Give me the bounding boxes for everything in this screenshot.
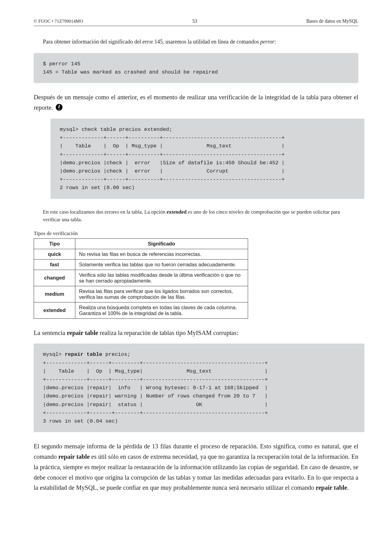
code-repair-table: mysql> repair table precios; +----------… xyxy=(34,344,364,432)
cell-desc: No revisa las filas en busca de referenc… xyxy=(75,249,248,259)
paragraph-check-text: Después de un mensaje como el anterior, … xyxy=(34,94,358,111)
cell-desc: Verifica sólo las tablas modificadas des… xyxy=(75,270,248,286)
cell-type: changed xyxy=(34,270,75,286)
cell-type: fast xyxy=(34,259,75,270)
col-header-type: Tipo xyxy=(34,238,75,249)
cell-desc: Revisa las filas para verificar que los … xyxy=(75,286,248,302)
table-row: extended Realiza una búsqueda completa e… xyxy=(34,302,248,318)
table-header-row: Tipo Significado xyxy=(34,238,248,249)
perror-command: perror xyxy=(260,39,274,45)
table-caption: Tipos de verificación xyxy=(34,230,358,237)
table-row: fast Solamente verifica las tablas que n… xyxy=(34,259,248,270)
verification-types-table: Tipo Significado quick No revisa las fil… xyxy=(34,238,248,319)
repair-text-a: La sentencia xyxy=(34,329,67,336)
code-check-table: mysql> check table precios extended; +--… xyxy=(51,119,364,199)
attention-icon xyxy=(56,104,62,111)
paragraph-check-intro: Después de un mensaje como el anterior, … xyxy=(34,92,358,113)
note-extended: En este caso localizamos dos errores en … xyxy=(34,208,358,224)
repair-explain-e: . xyxy=(347,484,349,491)
code-prefix: mysql> xyxy=(43,352,65,357)
term-repair-table-2: repair table xyxy=(58,453,89,460)
cell-type: medium xyxy=(34,286,75,302)
table-row: medium Revisa las filas para verificar q… xyxy=(34,286,248,302)
cell-type: extended xyxy=(34,302,75,318)
cell-desc: Realiza una búsqueda completa en todas l… xyxy=(75,302,248,318)
page: © FUOC • 71Z799014MO 53 Bases de datos e… xyxy=(0,0,392,526)
table-row: quick No revisa las filas en busca de re… xyxy=(34,249,248,259)
intro-text-c: : xyxy=(274,39,276,45)
intro-text-a: Para obtener información del significado… xyxy=(43,39,260,45)
term-extended: extended xyxy=(167,209,187,215)
code-suffix: precios; +-------------+------+---------… xyxy=(43,352,268,424)
col-header-desc: Significado xyxy=(75,238,248,249)
intro-paragraph: Para obtener información del significado… xyxy=(34,38,358,46)
paragraph-repair-intro: La sentencia repair table realiza la rep… xyxy=(34,328,358,338)
term-repair-table: repair table xyxy=(67,329,98,336)
code-bold-command: repair table xyxy=(65,352,102,357)
term-repair-table-3: repair table xyxy=(316,484,347,491)
table-row: changed Verifica sólo las tablas modific… xyxy=(34,270,248,286)
page-header: © FUOC • 71Z799014MO 53 Bases de datos e… xyxy=(34,18,358,26)
header-right: Bases de datos en MySQL xyxy=(306,18,358,24)
code-perror: $ perror 145 145 = Table was marked as c… xyxy=(34,53,358,83)
cell-type: quick xyxy=(34,249,75,259)
page-number: 53 xyxy=(192,18,197,24)
repair-text-c: realiza la reparación de tablas tipo MyI… xyxy=(98,329,238,336)
header-left: © FUOC • 71Z799014MO xyxy=(34,19,83,24)
cell-desc: Solamente verifica las tablas que no fue… xyxy=(75,259,248,270)
note-text-a: En este caso localizamos dos errores en … xyxy=(43,209,167,215)
paragraph-repair-explain: El segundo mensaje informa de la pérdida… xyxy=(34,441,358,493)
